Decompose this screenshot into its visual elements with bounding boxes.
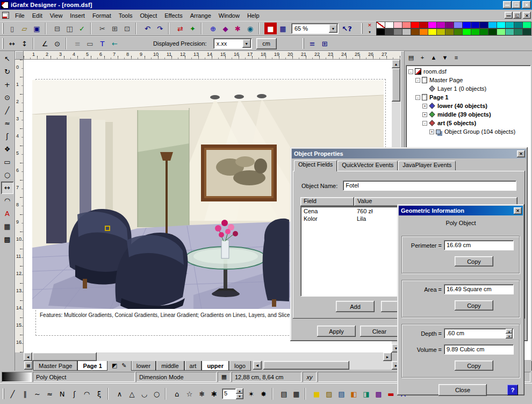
menu-item-help[interactable]: Help xyxy=(243,11,263,20)
redo-icon[interactable]: ↷ xyxy=(154,23,166,34)
point-count-value[interactable]: 5 xyxy=(222,388,236,399)
menu-item-view[interactable]: View xyxy=(46,11,67,20)
tree-expander-icon[interactable]: + xyxy=(422,112,427,117)
arc-tool-icon[interactable]: ◠ xyxy=(1,194,13,207)
layer-tab-lower[interactable]: lower xyxy=(131,361,156,371)
add-button[interactable]: Add xyxy=(336,301,375,312)
app-icon[interactable] xyxy=(1,2,9,9)
star-burst-icon[interactable]: ✶ xyxy=(245,388,257,400)
bottom-scrollbar[interactable]: ► xyxy=(263,361,400,370)
color-swatch[interactable] xyxy=(514,28,523,35)
radius-dimension-icon[interactable]: ⊙ xyxy=(51,38,63,49)
color-swatch[interactable] xyxy=(393,21,402,28)
layer-tab-logo[interactable]: logo xyxy=(229,361,251,371)
tab-object-fields[interactable]: Object Fields xyxy=(294,160,337,171)
pentagon-icon[interactable]: ⌂ xyxy=(171,388,183,400)
tree-expander-icon[interactable]: - xyxy=(415,78,420,83)
tree-expander-icon[interactable]: - xyxy=(408,69,413,74)
chart-tool-icon[interactable]: ▦ xyxy=(1,220,13,233)
color-swatch[interactable] xyxy=(514,21,523,28)
color-swatch[interactable] xyxy=(488,28,497,35)
smooth-curve-icon[interactable]: ʃ xyxy=(68,388,81,400)
tree-item[interactable]: +lower (40 objects) xyxy=(407,102,530,110)
copy-area-button[interactable]: Copy xyxy=(455,300,493,311)
zoom-dropdown-icon[interactable]: ▼ xyxy=(329,24,337,33)
object-name-input[interactable]: Fotel xyxy=(343,181,516,191)
palette-grip[interactable] xyxy=(361,23,363,34)
snap-grid-icon[interactable]: ⊞ xyxy=(319,38,331,49)
panel-options-icon[interactable]: ≡ xyxy=(451,53,462,62)
page-tab-master-page[interactable]: Master Page xyxy=(33,361,77,371)
copy-perimeter-button[interactable]: Copy xyxy=(455,256,493,266)
dimension-text-icon[interactable]: T xyxy=(96,38,109,49)
arc-segment-icon[interactable]: ◠ xyxy=(81,388,93,400)
rectangle-tool-icon[interactable]: ▭ xyxy=(1,156,13,168)
tab-javaplayer-events[interactable]: JavaPlayer Events xyxy=(398,161,456,170)
tree-item[interactable]: +middle (39 objects) xyxy=(407,110,530,119)
close-icon[interactable]: × xyxy=(514,207,522,214)
save-icon[interactable]: ▣ xyxy=(31,23,43,34)
layer-select-icon[interactable]: ◩ xyxy=(110,361,119,370)
tree-item[interactable]: Layer 1 (0 objects) xyxy=(407,84,530,93)
web-publish-icon[interactable]: ◉ xyxy=(244,23,256,34)
menu-item-arrange[interactable]: Arrange xyxy=(186,11,215,20)
line-tool-icon[interactable]: ╱ xyxy=(1,104,13,117)
color-swatch[interactable] xyxy=(505,28,514,35)
table-icon[interactable]: ▦ xyxy=(277,23,289,34)
ruler-origin-button[interactable] xyxy=(15,51,24,60)
quickvector-icon[interactable]: ◆ xyxy=(219,23,232,34)
maximize-icon[interactable]: □ xyxy=(512,1,521,9)
color-swatch[interactable] xyxy=(454,28,463,35)
layer-edit-icon[interactable]: ✎ xyxy=(119,361,129,370)
select-tool-icon[interactable]: ↖ xyxy=(1,53,13,65)
object-properties-title-bar[interactable]: Object Properties × xyxy=(292,149,526,158)
behavior-icon[interactable]: ✱ xyxy=(232,23,244,34)
color-swatch[interactable] xyxy=(385,28,394,35)
horizontal-scroll-thumb[interactable] xyxy=(32,352,97,361)
precision-combobox[interactable]: x.xx ▼ xyxy=(213,38,252,49)
field-column-header[interactable]: Field xyxy=(300,197,354,206)
connector-tool-icon[interactable]: ʃ xyxy=(1,130,13,142)
fill-tool-icon[interactable]: ▩ xyxy=(1,233,13,246)
color-swatch[interactable] xyxy=(376,21,385,28)
color-swatch[interactable] xyxy=(419,28,428,35)
curve-wave-icon[interactable]: ~ xyxy=(31,388,44,400)
color-swatch[interactable] xyxy=(393,28,402,35)
star-icon[interactable]: ☆ xyxy=(183,388,196,400)
horizontal-ruler[interactable]: 1234567891011121314151617181920212223242… xyxy=(24,51,400,60)
menu-item-file[interactable]: File xyxy=(11,11,28,20)
panel-up-icon[interactable]: ▲ xyxy=(428,53,439,62)
color-swatch[interactable] xyxy=(402,21,411,28)
color-swatch[interactable] xyxy=(471,21,480,28)
ellipse-tool-icon[interactable]: ○ xyxy=(1,169,13,181)
open-curve-icon[interactable]: ◡ xyxy=(138,388,150,400)
tree-item[interactable]: -room.dsf xyxy=(407,67,530,76)
document-icon[interactable] xyxy=(2,12,9,19)
page-tab-page-1[interactable]: Page 1 xyxy=(77,361,107,371)
tree-item[interactable]: -art (5 objects) xyxy=(407,119,530,127)
color-swatch[interactable] xyxy=(376,28,385,35)
vertical-scroll-thumb[interactable] xyxy=(392,68,400,102)
shape-tool-icon[interactable]: ❖ xyxy=(1,143,13,155)
spin-up-icon[interactable]: ▲ xyxy=(236,388,243,394)
color-swatch[interactable] xyxy=(488,21,497,28)
point-count-stepper[interactable]: 5 ▲ ▼ xyxy=(222,388,243,399)
menu-item-insert[interactable]: Insert xyxy=(66,11,89,20)
color-swatch[interactable] xyxy=(411,28,420,35)
close-icon[interactable]: × xyxy=(522,1,531,9)
menu-item-tools[interactable]: Tools xyxy=(115,11,136,20)
no-color-icon[interactable]: ✕ xyxy=(365,21,375,28)
layer-tab-upper[interactable]: upper xyxy=(202,361,229,371)
style-preview[interactable] xyxy=(2,372,32,382)
panel-add-icon[interactable]: + xyxy=(417,53,428,62)
spell-check-icon[interactable]: ✓ xyxy=(76,23,88,34)
depth-input[interactable]: .60 cm xyxy=(444,328,514,338)
toolbar-grip[interactable] xyxy=(3,388,4,399)
spin-down-icon[interactable]: ▼ xyxy=(236,394,243,399)
dimension-tool-icon[interactable]: ↔ xyxy=(1,182,13,194)
color-swatch[interactable] xyxy=(471,28,480,35)
undo-icon[interactable]: ↶ xyxy=(141,23,154,34)
grid-shape-icon[interactable]: ▦ xyxy=(290,388,303,400)
color-swatch[interactable] xyxy=(522,28,531,35)
cut-icon[interactable]: ✂ xyxy=(96,23,109,34)
